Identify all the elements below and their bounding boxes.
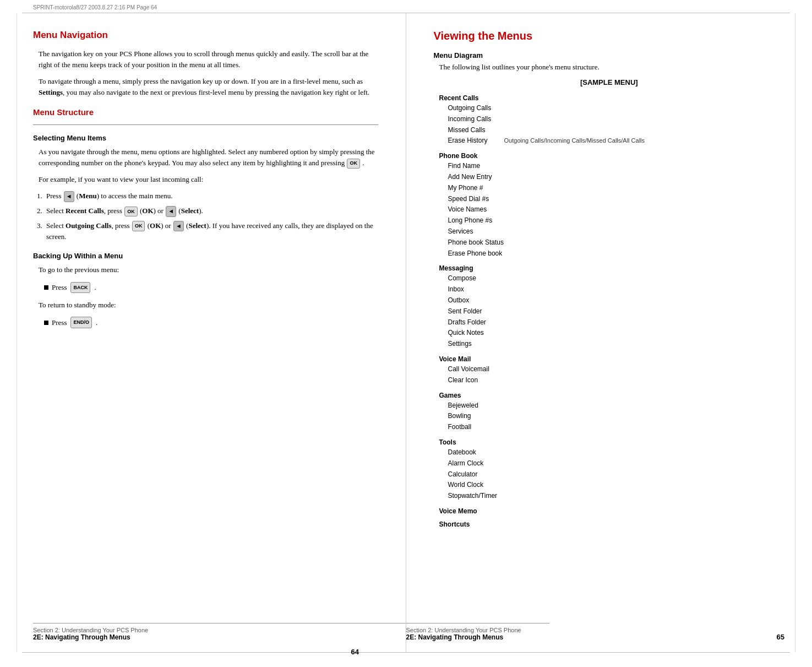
ok-key-step3: OK: [132, 221, 145, 231]
menu-item-row: Incoming Calls: [448, 114, 785, 125]
menu-item-text: Find Name: [448, 161, 481, 172]
menu-item-row: Alarm Clock: [448, 458, 785, 469]
sample-menu-label: [SAMPLE MENU]: [434, 78, 785, 86]
selecting-title: Selecting Menu Items: [33, 134, 378, 142]
menu-item-row: Calculator: [448, 469, 785, 480]
right-footer-title: 2E: Navigating Through Menus: [406, 633, 549, 641]
menu-diagram-title: Menu Diagram: [434, 51, 785, 59]
menu-item-text: Drafts Folder: [448, 317, 486, 328]
menu-item-text: Bowling: [448, 411, 471, 422]
menu-item-row: Long Phone #s: [448, 215, 785, 226]
step-2: Select Recent Calls, press OK (OK) or ◄ …: [44, 205, 378, 217]
menu-item-text: Add New Entry: [448, 172, 492, 183]
menu-item-text: Missed Calls: [448, 125, 486, 136]
left-page: Menu Navigation The navigation key on yo…: [0, 13, 406, 652]
footer-rule-left: [33, 623, 406, 623]
step-3: Select Outgoing Calls, press OK (OK) or …: [44, 220, 378, 243]
select-arrow-step2: ◄: [166, 206, 176, 217]
menu-item-text: Long Phone #s: [448, 215, 493, 226]
menu-item-row: World Clock: [448, 480, 785, 491]
right-footer-section: Section 2: Understanding Your PCS Phone: [406, 627, 549, 633]
menu-category: Voice Mail: [439, 355, 785, 363]
menu-item-row: Services: [448, 226, 785, 237]
divider1: [33, 124, 378, 125]
menu-item-text: Football: [448, 422, 472, 433]
menu-item-row: Settings: [448, 339, 785, 350]
ok-key-inline: OK: [347, 159, 360, 169]
menu-items-group: Outgoing CallsIncoming CallsMissed Calls…: [439, 103, 785, 147]
menu-category: Games: [439, 392, 785, 399]
menu-category: Shortcuts: [439, 520, 785, 528]
menu-item-row: Missed Calls: [448, 125, 785, 136]
menu-item-text: Erase Phone book: [448, 248, 503, 259]
menu-category: Phone Book: [439, 152, 785, 160]
menu-item-row: Phone book Status: [448, 237, 785, 248]
footer-rule-right: [406, 623, 549, 623]
menu-diagram-section: Menu Diagram The following list outlines…: [434, 51, 785, 86]
menu-item-text: Datebook: [448, 447, 476, 458]
menu-item-row: Call Voicemail: [448, 364, 785, 375]
menu-item-text: Quick Notes: [448, 328, 484, 339]
menu-item-row: Quick Notes: [448, 328, 785, 339]
left-footer-section: Section 2: Understanding Your PCS Phone: [33, 627, 406, 633]
select-arrow-step3: ◄: [173, 221, 184, 232]
steps-intro: For example, if you want to view your la…: [33, 174, 378, 185]
left-page-number: 64: [351, 648, 359, 656]
menu-category: Recent Calls: [439, 94, 785, 102]
standby-intro: To return to standby mode:: [33, 300, 378, 311]
menu-category: Tools: [439, 438, 785, 446]
right-page-number: 65: [777, 633, 784, 641]
menu-item-text: Stopwatch/Timer: [448, 491, 498, 502]
left-footer: Section 2: Understanding Your PCS Phone …: [33, 623, 406, 641]
menu-items-group: Call VoicemailClear Icon: [439, 364, 785, 386]
nav-paragraph2: To navigate through a menu, simply press…: [33, 76, 378, 98]
right-footer-left: Section 2: Understanding Your PCS Phone …: [406, 623, 549, 641]
standby-bullet-list: Press END/O .: [33, 316, 378, 329]
menu-item-note: Outgoing Calls/Incoming Calls/Missed Cal…: [504, 135, 645, 145]
menu-item-row: Clear Icon: [448, 375, 785, 386]
menu-item-row: Drafts Folder: [448, 317, 785, 328]
menu-item-text: Inbox: [448, 284, 464, 295]
menu-category: Voice Memo: [439, 507, 785, 515]
menu-item-text: Settings: [448, 339, 472, 350]
menu-item-text: Sent Folder: [448, 306, 482, 317]
menu-item-text: Call Voicemail: [448, 364, 489, 375]
right-section-title: Viewing the Menus: [434, 30, 785, 42]
back-bullet-list: Press BACK .: [33, 281, 378, 294]
right-page: Viewing the Menus Menu Diagram The follo…: [406, 13, 813, 652]
menu-item-text: Compose: [448, 273, 476, 284]
menu-item-text: Erase History: [448, 135, 488, 147]
menu-item-text: Speed Dial #s: [448, 194, 489, 205]
menu-item-text: Incoming Calls: [448, 114, 492, 125]
menu-item-text: Voice Names: [448, 204, 487, 215]
menu-item-row: Add New Entry: [448, 172, 785, 183]
page-header: SPRINT-motorola8/27 2003.8.27 2:16 PM Pa…: [0, 0, 812, 13]
menu-category: Messaging: [439, 264, 785, 272]
menu-item-row: Outbox: [448, 295, 785, 306]
menu-item-row: My Phone #: [448, 183, 785, 194]
left-section-title: Menu Navigation: [33, 30, 378, 41]
menu-item-text: My Phone #: [448, 183, 483, 194]
selecting-para: As you navigate through the menu, menu o…: [33, 147, 378, 169]
menu-item-row: Stopwatch/Timer: [448, 491, 785, 502]
standby-bullet: Press END/O .: [44, 316, 378, 329]
menu-items-group: ComposeInboxOutboxSent FolderDrafts Fold…: [439, 273, 785, 350]
menu-item-text: Outgoing Calls: [448, 103, 492, 114]
backing-intro: To go to the previous menu:: [33, 264, 378, 275]
menu-item-row: Bowling: [448, 411, 785, 422]
menu-structure-title: Menu Structure: [33, 107, 378, 117]
end-key: END/O: [70, 317, 92, 328]
menu-arrow-key: ◄: [64, 191, 74, 202]
steps-list: Press ◄ (Menu) to access the main menu. …: [33, 191, 378, 243]
menu-item-text: Services: [448, 226, 473, 237]
bullet-icon-1: [44, 285, 48, 290]
header-text: SPRINT-motorola8/27 2003.8.27 2:16 PM Pa…: [33, 4, 157, 10]
menu-item-text: Outbox: [448, 295, 470, 306]
menu-intro: The following list outlines your phone's…: [434, 63, 785, 72]
backing-title: Backing Up Within a Menu: [33, 252, 378, 260]
nav-paragraph1: The navigation key on your PCS Phone all…: [33, 48, 378, 71]
ok-key-step2: OK: [124, 207, 138, 216]
menu-item-row: Find Name: [448, 161, 785, 172]
menu-diagram: Recent CallsOutgoing CallsIncoming Calls…: [434, 94, 785, 528]
back-key: BACK: [70, 282, 90, 293]
